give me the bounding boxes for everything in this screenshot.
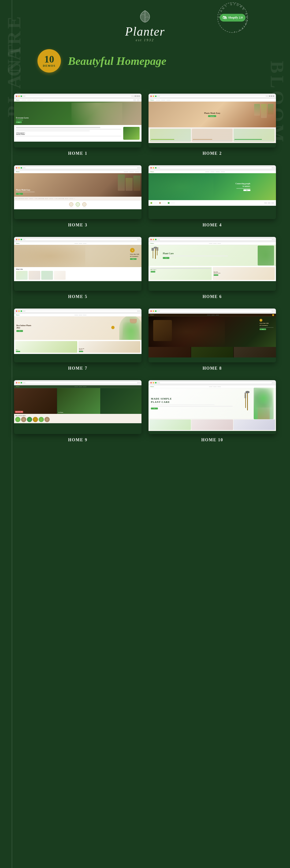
home-4-label: HOME 4 xyxy=(203,223,222,227)
svg-rect-9 xyxy=(247,392,248,410)
svg-rect-5 xyxy=(156,247,156,251)
left-divider xyxy=(12,0,12,868)
home-8-item: Planter Give the Gift xyxy=(148,309,276,371)
home-5-item: Planter ★ Give t xyxy=(14,237,142,299)
logo-area: Planter est 1932 xyxy=(125,9,165,42)
svg-rect-1 xyxy=(155,247,156,259)
home-2-label: HOME 2 xyxy=(203,151,222,156)
home-4-screenshot[interactable]: Planter Connecting peopleto nature. xyxy=(148,165,276,219)
demos-badge: 10 DEMOS xyxy=(37,49,61,72)
home-6-screenshot[interactable]: Planter xyxy=(148,237,276,291)
logo-est: est 1932 xyxy=(136,38,154,42)
logo-name: Planter xyxy=(125,25,165,38)
home-10-item: Planter MADE SIMPLEPLANT CARE xyxy=(148,380,276,442)
home-1-screenshot[interactable]: Planter Everyone Loves xyxy=(14,94,142,148)
home-3-screenshot[interactable]: Planter Plants Made Easy Shop xyxy=(14,165,142,219)
svg-rect-12 xyxy=(244,393,246,394)
shopify-inner-badge: 🛍 Shopify 2.0 xyxy=(220,14,245,22)
home-6-label: HOME 6 xyxy=(203,294,222,299)
svg-rect-7 xyxy=(157,247,158,251)
home-9-label: HOME 9 xyxy=(68,437,88,442)
header: Planter est 1932 PLANT STORE SHOPIFY • 🛍… xyxy=(0,0,290,80)
home-1-item: Planter Everyone Loves xyxy=(14,94,142,156)
home-3-label: HOME 3 xyxy=(68,223,88,227)
home-2-screenshot[interactable]: Planter Plants Made Easy Shop Now xyxy=(148,94,276,148)
shopify-badge: PLANT STORE SHOPIFY • 🛍 Shopify 2.0 xyxy=(218,2,248,33)
svg-rect-13 xyxy=(244,394,245,398)
home-7-label: HOME 7 xyxy=(68,366,88,371)
homepage-title: Beautyful Homepage xyxy=(68,55,166,67)
home-3-item: Planter Plants Made Easy Shop xyxy=(14,165,142,227)
home-9-screenshot[interactable]: Planter Sale 50% Off Air Plants xyxy=(14,380,142,434)
home-10-label: HOME 10 xyxy=(201,437,223,442)
shopify-label: Shopify 2.0 xyxy=(228,16,243,20)
home-2-item: Planter Plants Made Easy Shop Now xyxy=(148,94,276,156)
home-4-item: Planter Connecting peopleto nature. xyxy=(148,165,276,227)
shopify-circle: PLANT STORE SHOPIFY • 🛍 Shopify 2.0 xyxy=(218,2,248,33)
svg-rect-14 xyxy=(245,394,245,398)
svg-rect-6 xyxy=(157,247,157,251)
home-5-label: HOME 5 xyxy=(68,294,88,299)
svg-rect-8 xyxy=(158,247,158,251)
demos-count: 10 xyxy=(44,54,54,64)
demos-label: DEMOS xyxy=(43,64,56,68)
home-1-label: HOME 1 xyxy=(68,151,88,156)
homes-grid: Planter Everyone Loves xyxy=(0,84,290,457)
home-7-item: Planter Best Indoor Plants2022 Shop xyxy=(14,309,142,371)
home-8-screenshot[interactable]: Planter Give the Gift xyxy=(148,309,276,362)
svg-rect-15 xyxy=(246,394,246,398)
demos-section: 10 DEMOS Beautyful Homepage xyxy=(19,49,185,72)
logo-leaf-icon xyxy=(138,9,152,23)
home-10-screenshot[interactable]: Planter MADE SIMPLEPLANT CARE xyxy=(148,380,276,434)
home-7-screenshot[interactable]: Planter Best Indoor Plants2022 Shop xyxy=(14,309,142,362)
shopify-logo-icon: 🛍 xyxy=(223,15,227,20)
home-5-screenshot[interactable]: Planter ★ Give t xyxy=(14,237,142,291)
home-6-item: Planter xyxy=(148,237,276,299)
home-8-label: HOME 8 xyxy=(203,366,222,371)
home-9-item: Planter Sale 50% Off Air Plants xyxy=(14,380,142,442)
